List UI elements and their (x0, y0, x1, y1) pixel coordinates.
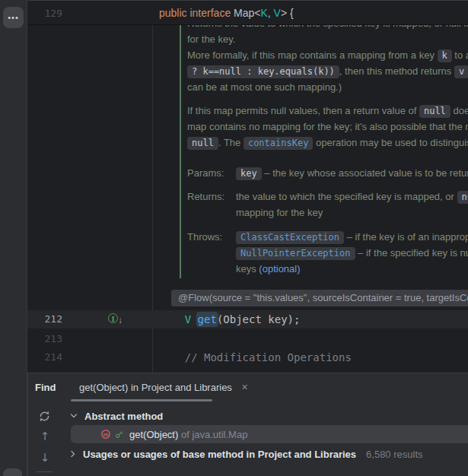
doc-params-line: Params:key – the key whose associated va… (187, 165, 468, 181)
refresh-icon (38, 410, 51, 423)
line-number-214: 214 (27, 348, 62, 367)
chevron-right-icon (70, 450, 76, 458)
svg-text:m: m (103, 431, 108, 438)
group-label: Usages or usages of base method in Proje… (83, 449, 356, 460)
flow-annotation-inlay[interactable]: @Flow(source = "this.values", sourceIsCo… (171, 290, 468, 306)
code-chip: null (419, 105, 450, 118)
next-occurrence-button[interactable]: ↓ (38, 451, 52, 465)
doc-line: NullPointerException – if the specified … (187, 245, 468, 261)
doc-text: . The (218, 137, 244, 148)
interface-name: Map (234, 7, 254, 19)
type-param-k: K (260, 7, 267, 19)
implementation-i-icon: I (108, 313, 118, 323)
doc-line: More formally, if this map contains a ma… (187, 47, 468, 63)
comment-text: // Modification Operations (185, 351, 352, 363)
throws-label: Throws: (187, 229, 236, 245)
code-chip: null (187, 137, 218, 150)
doc-text: More formally, if this map contains a ma… (187, 49, 438, 61)
doc-text: – the key whose associated value is to b… (262, 167, 468, 179)
selected-result-row[interactable]: m get(Object) of java.util.Map (71, 425, 468, 443)
sticky-code-line[interactable]: public interface Map<K, V> { (159, 2, 294, 25)
doc-text: to a value (452, 49, 468, 61)
code-editor[interactable]: Returns the value to which the specified… (27, 0, 468, 373)
code-chip: null (457, 191, 468, 204)
tool-window-stripe: ••• (0, 0, 27, 476)
code-chip: ? k==null : key.equals(k)) (187, 65, 339, 78)
doc-text: does not necessarily indicate that the (450, 105, 468, 116)
type-parameter-v: V (185, 313, 191, 325)
doc-line: null. The containsKey operation may be u… (187, 135, 468, 151)
nullpointerexception-link-chip[interactable]: NullPointerException (236, 247, 355, 260)
sticky-line-header[interactable]: 129 public interface Map<K, V> { (27, 2, 468, 25)
previous-occurrence-button[interactable]: ↑ (38, 430, 52, 443)
doc-text: – if the specified key is null and this … (355, 247, 468, 259)
classcastexception-link-chip[interactable]: ClassCastException (236, 231, 344, 244)
doc-text: If this map permits null values, then a … (187, 105, 419, 116)
doc-text: , then this method returns (339, 65, 454, 77)
find-tab-label: get(Object) in Project and Libraries (79, 382, 232, 393)
result-method-name: get(Object) (129, 429, 178, 440)
doc-text: keys (236, 263, 259, 274)
code-chip: k (438, 49, 452, 62)
doc-line: for the key. (187, 31, 468, 47)
ide-window: ••• Returns the value to which the speci… (0, 0, 468, 476)
returns-label: Returns: (187, 189, 236, 205)
doc-line: keys (optional) (187, 261, 468, 277)
code-chip: key (236, 167, 262, 180)
find-results-tab[interactable]: get(Object) in Project and Libraries ✕ (71, 373, 256, 401)
code-line-214[interactable]: // Modification Operations (159, 348, 352, 367)
find-tool-window: Find get(Object) in Project and Librarie… (27, 373, 468, 476)
doc-returns-line: Returns:the value to which the specified… (187, 189, 468, 205)
doc-throws-line: Throws:ClassCastException – if the key i… (187, 229, 468, 245)
key-icon (115, 430, 123, 439)
result-context: of java.util.Map (178, 429, 247, 440)
bottom-stripe-button[interactable] (3, 468, 22, 476)
results-count: 6,580 results (366, 449, 422, 460)
doc-text: operation may be used to distinguish the… (313, 137, 468, 148)
doc-line: If this map permits null values, then a … (187, 103, 468, 119)
doc-text: – if the key is of an inappropriate type… (344, 231, 468, 243)
optional-link[interactable]: (optional) (259, 263, 300, 274)
doc-text: the value to which the specified key is … (236, 191, 457, 202)
implemented-method-gutter-icon[interactable]: I ↓ (108, 313, 128, 326)
more-tool-windows-button[interactable]: ••• (3, 7, 24, 28)
abstract-method-icon: m (100, 429, 111, 440)
group-label: Abstract method (84, 411, 163, 422)
find-panel-title: Find (35, 373, 56, 401)
code-chip: v (454, 65, 468, 78)
doc-line: can be at most one such mapping.) (187, 79, 468, 95)
doc-line: ? k==null : key.equals(k)), then this me… (187, 63, 468, 79)
code-line-212[interactable]: V get(Object key); (159, 310, 300, 328)
close-tab-icon[interactable]: ✕ (241, 382, 248, 392)
params-label: Params: (187, 165, 236, 181)
doc-line: map contains no mapping for the key; it'… (187, 119, 468, 135)
type-param-v: V (274, 7, 281, 19)
down-arrow-icon: ↓ (118, 315, 123, 325)
active-tab-underline (71, 399, 212, 401)
javadoc-rendered-block: Returns the value to which the specified… (180, 15, 468, 278)
containskey-link-chip[interactable]: containsKey (244, 137, 313, 150)
line-number-213: 213 (27, 330, 62, 348)
doc-line: mapping for the key (187, 205, 468, 221)
method-name-get[interactable]: get (198, 313, 217, 325)
toolbar-divider (37, 471, 53, 472)
rerun-search-button[interactable] (38, 410, 52, 423)
tree-group-usages[interactable]: Usages or usages of base method in Proje… (70, 446, 423, 462)
tree-group-abstract-method[interactable]: Abstract method (70, 408, 163, 424)
code-text: (Object key); (217, 313, 301, 325)
line-number-212: 212 (27, 310, 62, 328)
keyword-text: public interface (159, 7, 234, 19)
line-number-129: 129 (27, 2, 62, 25)
chevron-down-icon (70, 413, 78, 419)
